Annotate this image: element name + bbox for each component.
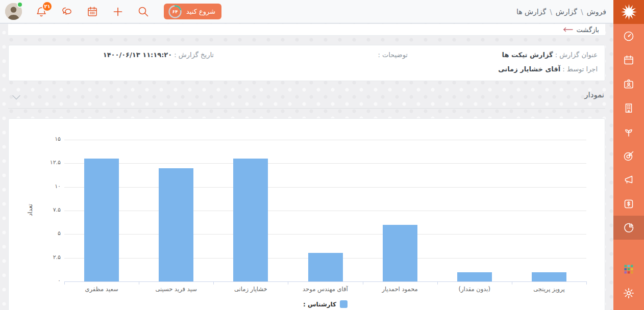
- breadcrumb-sales[interactable]: فروش: [587, 8, 606, 16]
- avatar[interactable]: [5, 3, 22, 20]
- y-tick-label: ۷.۵: [29, 206, 61, 213]
- y-tick-label: ۱۵: [29, 136, 61, 142]
- y-tick-label: ۲.۵: [29, 254, 61, 261]
- sidebar-item-dashboard[interactable]: [613, 24, 644, 48]
- report-info-card: عنوان گزارش : گزارش تیکت ها توضیحات : تا…: [8, 45, 605, 81]
- report-title-field: عنوان گزارش : گزارش تیکت ها: [502, 51, 598, 59]
- x-axis-tick: [288, 281, 288, 285]
- top-bar: فروش \ گزارش \ گزارش ها شروع کنید ۶۴: [0, 0, 613, 23]
- settings-gear-icon: [623, 287, 635, 299]
- chart-bar[interactable]: [383, 225, 417, 281]
- x-axis-line: [64, 281, 586, 282]
- sidebar-item-growth[interactable]: [613, 120, 644, 144]
- gridline: [64, 211, 586, 211]
- report-runby-field: اجرا توسط : آقای خشایار زمانی: [498, 65, 598, 73]
- chart-legend[interactable]: کارشناس :: [64, 300, 586, 308]
- legend-label: کارشناس :: [303, 301, 336, 308]
- legend-swatch: [340, 300, 348, 308]
- back-strip: بازگشت: [8, 24, 605, 36]
- report-runby-value: آقای خشایار زمانی: [498, 65, 560, 73]
- gridline: [64, 140, 586, 140]
- chart-bar[interactable]: [159, 168, 193, 281]
- gauge-value: ۶۴: [168, 5, 182, 19]
- report-title-label: عنوان گزارش :: [555, 51, 598, 59]
- search-icon[interactable]: [137, 6, 150, 18]
- y-tick-label: ۰: [29, 277, 61, 284]
- chart-bar[interactable]: [457, 272, 492, 282]
- chevron-down-icon[interactable]: [12, 92, 20, 97]
- sidebar-item-contacts[interactable]: [613, 72, 644, 96]
- x-axis-tick: [139, 281, 139, 285]
- sprout-icon: [623, 126, 635, 138]
- building-icon: [623, 102, 635, 114]
- report-description-label: توضیحات :: [378, 51, 408, 59]
- megaphone-icon: [623, 174, 635, 186]
- breadcrumb-report[interactable]: گزارش: [556, 8, 577, 16]
- calendar-icon[interactable]: [86, 6, 98, 18]
- back-arrow-icon: [563, 27, 573, 32]
- plus-icon[interactable]: [112, 6, 124, 18]
- topbar-icons: شروع کنید ۶۴: [5, 3, 221, 20]
- chart-bar[interactable]: [532, 272, 566, 282]
- app-logo[interactable]: [613, 0, 644, 24]
- notifications[interactable]: ۲۱: [35, 6, 47, 18]
- breadcrumb-separator: \: [550, 8, 552, 16]
- x-axis-label: سید فرید حسینی: [139, 286, 213, 293]
- chat-icon[interactable]: [61, 6, 73, 18]
- sidebar-gap: [613, 240, 644, 257]
- reports-page: { "header": { "breadcrumb": ["فروش", "گز…: [0, 0, 644, 310]
- id-card-icon: [623, 78, 635, 90]
- progress-gauge: ۶۴: [168, 5, 182, 19]
- report-date-value: ۱۴۰۰/۰۶/۱۳ ۱۱:۱۹:۲۰: [103, 51, 172, 59]
- report-title-value: گزارش تیکت ها: [502, 51, 553, 59]
- gridline: [64, 234, 586, 235]
- breadcrumb: فروش \ گزارش \ گزارش ها: [516, 8, 606, 16]
- x-axis-label: سعید مظفری: [64, 286, 139, 293]
- x-axis-label: پرویز پرینجی: [512, 286, 586, 293]
- chart-bar[interactable]: [308, 253, 343, 281]
- x-axis-label: (بدون مقدار): [437, 286, 512, 293]
- sidebar-item-marketing[interactable]: [613, 168, 644, 192]
- y-tick-label: ۵: [29, 230, 61, 237]
- sidebar-item-apps[interactable]: [613, 257, 644, 281]
- sidebar: [613, 0, 644, 310]
- back-label: بازگشت: [577, 26, 599, 34]
- x-axis-tick: [437, 281, 438, 285]
- chart-card: تعداد کارشناس : ۰۲.۵۵۷.۵۱۰۱۲.۵۱۵سعید مظف…: [8, 118, 605, 310]
- flower-logo-icon: [621, 4, 637, 20]
- notification-badge[interactable]: ۲۱: [42, 1, 53, 12]
- sidebar-item-calendar[interactable]: [613, 48, 644, 72]
- x-axis-tick: [512, 281, 512, 285]
- x-axis-label: محمود احمدیار: [363, 286, 437, 293]
- start-button-label: شروع کنید: [186, 8, 215, 15]
- sidebar-item-organizations[interactable]: [613, 96, 644, 120]
- apps-grid-icon: [623, 263, 635, 275]
- online-status-dot: [17, 2, 23, 8]
- report-date-field: تاریخ گزارش : ۱۴۰۰/۰۶/۱۳ ۱۱:۱۹:۲۰: [103, 51, 214, 59]
- calendar-icon: [623, 54, 635, 66]
- sidebar-item-settings[interactable]: [613, 281, 644, 305]
- sidebar-item-reports[interactable]: [613, 216, 644, 240]
- x-axis-tick: [586, 281, 587, 285]
- breadcrumb-reports[interactable]: گزارش ها: [516, 8, 546, 16]
- pie-chart-icon: [623, 222, 635, 234]
- x-axis-label: خشایار زمانی: [213, 286, 288, 293]
- breadcrumb-separator: \: [581, 8, 583, 16]
- report-runby-label: اجرا توسط :: [562, 65, 598, 73]
- report-description-field: توضیحات :: [378, 51, 408, 59]
- chart-bar[interactable]: [233, 159, 268, 281]
- chart-bar[interactable]: [84, 159, 119, 281]
- chart-section-title: نمودار: [584, 90, 604, 99]
- start-button[interactable]: شروع کنید ۶۴: [164, 4, 221, 19]
- section-divider: [8, 108, 605, 109]
- sidebar-item-billing[interactable]: [613, 192, 644, 216]
- sidebar-item-goals[interactable]: [613, 144, 644, 168]
- target-icon: [623, 150, 635, 162]
- y-tick-label: ۱۲.۵: [29, 159, 61, 166]
- gauge-icon: [623, 30, 635, 42]
- gridline: [64, 163, 586, 164]
- x-axis-label: آقای مهندس موحد: [288, 286, 362, 293]
- y-tick-label: ۱۰: [29, 183, 61, 190]
- x-axis-tick: [64, 281, 65, 285]
- back-button[interactable]: بازگشت: [563, 26, 599, 34]
